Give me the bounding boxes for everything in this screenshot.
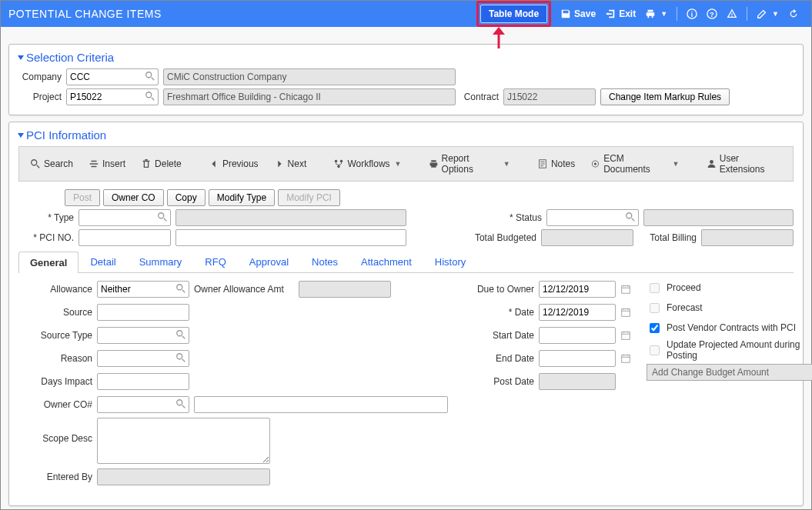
source-input[interactable]	[97, 304, 189, 321]
save-button[interactable]: Save	[560, 8, 596, 19]
help-icon: ?	[707, 8, 717, 19]
svg-point-5	[146, 72, 152, 78]
toolbar-report-options[interactable]: Report Options▼	[423, 150, 516, 178]
due-to-owner-input[interactable]	[539, 281, 616, 298]
update-projected-checkbox-row[interactable]: Update Projected Amount during Posting	[647, 339, 812, 361]
svg-rect-24	[622, 355, 630, 363]
project-label: Project	[18, 92, 62, 102]
owner-co-button[interactable]: Owner CO	[103, 189, 164, 206]
save-icon	[560, 8, 571, 19]
user-icon	[707, 158, 717, 169]
project-name-display	[163, 88, 456, 105]
search-icon[interactable]	[625, 212, 636, 222]
svg-point-16	[627, 213, 632, 218]
end-date-input[interactable]	[539, 350, 616, 367]
date-label: Date	[463, 307, 534, 318]
calendar-icon[interactable]	[620, 307, 631, 318]
toolbar-search[interactable]: Search	[24, 155, 79, 172]
markup-rules-button[interactable]: Change Item Markup Rules	[600, 88, 730, 105]
search-icon[interactable]	[175, 283, 186, 294]
company-name-display	[163, 68, 456, 85]
svg-point-18	[177, 331, 182, 336]
modify-type-button[interactable]: Modify Type	[209, 189, 275, 206]
start-date-label: Start Date	[463, 330, 534, 341]
exit-label: Exit	[619, 8, 636, 19]
pci-no-input[interactable]	[79, 229, 171, 246]
refresh-button[interactable]	[788, 8, 799, 19]
forecast-checkbox-row[interactable]: Forecast	[647, 299, 812, 316]
calendar-icon[interactable]	[620, 330, 631, 341]
tab-general[interactable]: General	[18, 252, 79, 273]
svg-rect-23	[622, 332, 630, 340]
start-date-input[interactable]	[539, 327, 616, 344]
search-icon[interactable]	[145, 91, 155, 102]
due-to-owner-label: Due to Owner	[463, 284, 534, 295]
exit-icon	[605, 8, 616, 19]
date-input[interactable]	[539, 304, 616, 321]
search-icon[interactable]	[157, 212, 168, 222]
documents-icon	[590, 158, 600, 169]
tab-rfq[interactable]: RFQ	[193, 251, 237, 272]
tab-history[interactable]: History	[423, 251, 477, 272]
svg-rect-22	[622, 309, 630, 317]
svg-point-6	[146, 92, 152, 98]
post-vendor-checkbox-row[interactable]: Post Vendor Contracts with PCI	[647, 319, 812, 336]
scope-desc-input[interactable]	[97, 418, 270, 464]
search-icon[interactable]	[175, 398, 186, 409]
total-budgeted-label: Total Budgeted	[467, 232, 536, 243]
search-icon[interactable]	[145, 71, 155, 82]
proceed-checkbox-row[interactable]: Proceed	[647, 279, 812, 296]
toolbar-workflows[interactable]: Workflows▼	[327, 155, 407, 172]
tab-attachment[interactable]: Attachment	[349, 251, 423, 272]
tab-detail[interactable]: Detail	[79, 251, 127, 272]
calendar-icon[interactable]	[620, 353, 631, 364]
post-vendor-checkbox[interactable]	[650, 323, 660, 333]
help-button[interactable]: ?	[707, 8, 717, 19]
pci-toolbar: Search Insert Delete Previous Next Workf…	[18, 146, 794, 182]
copy-button[interactable]: Copy	[167, 189, 206, 206]
toolbar-next[interactable]: Next	[268, 155, 313, 172]
svg-point-13	[594, 162, 596, 165]
info-icon: i	[687, 8, 697, 19]
toolbar-user-extensions[interactable]: User Extensions	[700, 150, 788, 178]
calendar-icon[interactable]	[620, 284, 631, 295]
tab-approval[interactable]: Approval	[238, 251, 300, 272]
delete-icon	[141, 158, 152, 169]
days-impact-input[interactable]	[97, 373, 189, 390]
chevron-down-icon: ▼	[673, 160, 680, 168]
owner-co-desc-input[interactable]	[194, 396, 448, 413]
print-dropdown[interactable]: ▼	[645, 8, 667, 19]
owner-co-num-label: Owner CO#	[22, 399, 92, 410]
svg-point-7	[32, 160, 37, 165]
alert-button[interactable]: !	[727, 8, 737, 19]
toolbar-ecm-documents[interactable]: ECM Documents▼	[584, 150, 685, 178]
toolbar-previous[interactable]: Previous	[202, 155, 265, 172]
highlight-annotation: Table Mode	[476, 1, 551, 27]
search-icon[interactable]	[175, 352, 186, 363]
info-button[interactable]: i	[687, 8, 697, 19]
modify-pci-button: Modify PCI	[278, 189, 340, 206]
toolbar-insert[interactable]: Insert	[82, 155, 132, 172]
alert-icon: !	[727, 8, 737, 19]
end-date-label: End Date	[463, 353, 534, 364]
status-label: Status	[486, 212, 542, 223]
exit-button[interactable]: Exit	[605, 8, 636, 19]
toolbar-notes[interactable]: Notes	[531, 155, 581, 172]
reason-label: Reason	[22, 353, 92, 364]
pci-tabs: General Detail Summary RFQ Approval Note…	[18, 251, 794, 273]
table-mode-button[interactable]: Table Mode	[480, 5, 547, 23]
toolbar-delete[interactable]: Delete	[135, 155, 188, 172]
selection-criteria-header[interactable]: Selection Criteria	[18, 51, 794, 64]
tab-notes[interactable]: Notes	[300, 251, 349, 272]
section-title: PCI Information	[26, 128, 106, 142]
pci-information-header[interactable]: PCI Information	[18, 128, 794, 142]
tab-summary[interactable]: Summary	[128, 251, 194, 272]
print-icon	[645, 8, 656, 19]
arrow-left-icon	[209, 158, 219, 169]
pci-desc-input[interactable]	[175, 229, 406, 246]
type-desc-display	[175, 209, 406, 226]
add-change-budget-select[interactable]: Add Change Budget Amount	[647, 364, 812, 381]
search-icon[interactable]	[175, 329, 186, 340]
edit-dropdown[interactable]: ▼	[757, 8, 779, 19]
divider	[677, 7, 677, 21]
